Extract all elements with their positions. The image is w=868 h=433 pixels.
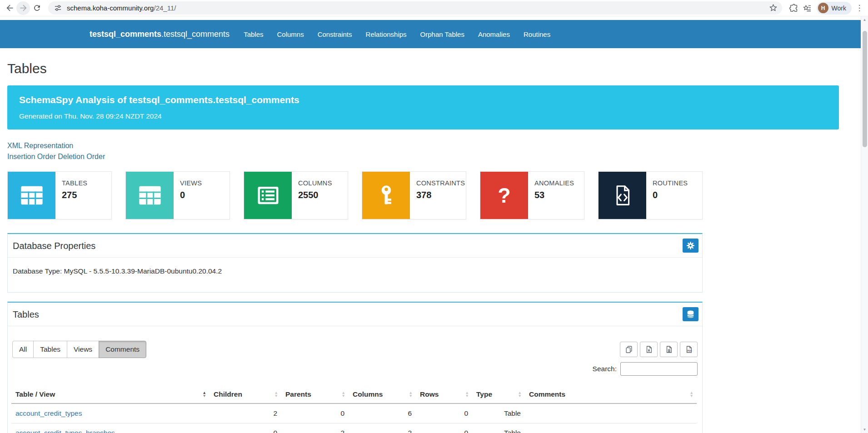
- nav-constraints[interactable]: Constraints: [311, 30, 359, 38]
- gear-icon: [686, 241, 695, 250]
- csv-file-icon: [665, 345, 673, 353]
- children-cell: 2: [210, 403, 281, 423]
- question-icon: ?: [480, 172, 528, 219]
- representation-links: XML Representation Insertion Order Delet…: [7, 140, 861, 162]
- navbar-brand[interactable]: testsql_comments.testsql_comments: [90, 30, 229, 39]
- type-cell: Table: [472, 423, 525, 433]
- avatar: H: [818, 3, 828, 13]
- stat-value: 275: [62, 190, 87, 200]
- column-header-type[interactable]: Type▲▼: [472, 386, 525, 403]
- scroll-up-icon[interactable]: ▲: [861, 16, 868, 23]
- export-csv-button[interactable]: [660, 342, 678, 357]
- column-header-rows[interactable]: Rows▲▼: [416, 386, 472, 403]
- banner-subtitle: Generated on Thu. Nov. 28 09:24 NZDT 202…: [19, 112, 827, 121]
- navbar: testsql_comments.testsql_comments Tables…: [0, 20, 861, 48]
- stat-label: VIEWS: [180, 179, 202, 187]
- table-link[interactable]: account_credit_types_branches: [15, 429, 115, 433]
- stat-card-columns: COLUMNS2550: [244, 171, 348, 219]
- filter-comments[interactable]: Comments: [99, 341, 146, 358]
- database-properties-panel: Database Properties Database Type: MySQL…: [7, 233, 703, 293]
- profile-chip[interactable]: H Work: [817, 2, 852, 15]
- search-input[interactable]: [620, 362, 698, 376]
- filter-tables[interactable]: Tables: [33, 341, 67, 358]
- column-header-table-view[interactable]: Table / View▲▼: [11, 386, 210, 403]
- nav-anomalies[interactable]: Anomalies: [471, 30, 517, 38]
- site-settings-icon[interactable]: [54, 4, 62, 12]
- column-header-columns[interactable]: Columns▲▼: [349, 386, 416, 403]
- refresh-button[interactable]: [30, 1, 44, 15]
- settings-button[interactable]: [683, 239, 698, 253]
- stat-card-views: VIEWS0: [125, 171, 230, 219]
- browser-toolbar: schema.koha-community.org/24_11/ H Work …: [0, 0, 868, 16]
- stat-value: 2550: [298, 190, 332, 200]
- rows-cell: 0: [416, 403, 472, 423]
- rows-cell: 0: [416, 423, 472, 433]
- nav-columns[interactable]: Columns: [270, 30, 310, 38]
- database-type: Database Type: MySQL - 5.5.5-10.3.39-Mar…: [13, 267, 698, 276]
- database-button[interactable]: [683, 307, 698, 321]
- tables-table: Table / View▲▼ Children▲▼ Parents▲▼ Colu…: [11, 386, 697, 433]
- sort-icon: ▲▼: [465, 391, 469, 398]
- type-cell: Table: [472, 403, 525, 423]
- forward-button[interactable]: [16, 1, 30, 15]
- stat-value: 53: [534, 190, 574, 200]
- scrollbar[interactable]: ▲ ▼: [861, 16, 868, 433]
- stat-value: 0: [653, 190, 688, 200]
- children-cell: 0: [210, 423, 281, 433]
- parents-cell: 2: [281, 423, 349, 433]
- bookmarks-panel-icon[interactable]: [800, 1, 814, 15]
- stat-value: 0: [180, 190, 202, 200]
- scroll-down-icon[interactable]: ▼: [861, 426, 868, 433]
- columns-cell: 6: [349, 403, 416, 423]
- brand-schema: .testsql_comments: [161, 30, 229, 39]
- column-header-parents[interactable]: Parents▲▼: [281, 386, 349, 403]
- stat-label: TABLES: [62, 179, 87, 187]
- stat-card-tables: TABLES275: [7, 171, 112, 219]
- stat-label: COLUMNS: [298, 179, 332, 187]
- nav-relationships[interactable]: Relationships: [359, 30, 414, 38]
- list-icon: [244, 172, 292, 219]
- url-path: /24_11/: [154, 4, 176, 12]
- profile-name: Work: [832, 5, 846, 12]
- page-title: Tables: [7, 59, 861, 78]
- address-bar[interactable]: schema.koha-community.org/24_11/: [48, 1, 782, 15]
- back-button[interactable]: [3, 1, 16, 15]
- insertion-order-link[interactable]: Insertion Order: [7, 153, 56, 160]
- tables-panel: Tables All Tables Views Comments: [7, 302, 703, 433]
- svg-text:PDF: PDF: [687, 350, 692, 352]
- key-icon: [362, 172, 410, 219]
- search-label: Search:: [593, 365, 617, 373]
- panel-title: Tables: [13, 308, 39, 321]
- stat-label: CONSTRAINTS: [416, 179, 465, 187]
- copy-button[interactable]: [620, 342, 638, 357]
- stat-card-routines: ROUTINES0: [598, 171, 703, 219]
- nav-orphan-tables[interactable]: Orphan Tables: [414, 30, 471, 38]
- table-icon: [126, 172, 174, 219]
- refresh-icon: [33, 4, 41, 12]
- page-viewport: testsql_comments.testsql_comments Tables…: [0, 20, 861, 433]
- stat-label: ANOMALIES: [534, 179, 574, 187]
- stat-cards: TABLES275 VIEWS0 COLUMNS2550 CONSTRAINTS…: [7, 171, 703, 219]
- bookmark-star-icon[interactable]: [769, 4, 778, 12]
- nav-tables[interactable]: Tables: [237, 30, 270, 38]
- copy-icon: [625, 345, 633, 353]
- pdf-file-icon: PDF: [685, 345, 693, 353]
- scrollbar-thumb[interactable]: [863, 31, 867, 147]
- column-header-children[interactable]: Children▲▼: [210, 386, 281, 403]
- export-excel-button[interactable]: [640, 342, 658, 357]
- sort-icon: ▲▼: [342, 391, 345, 398]
- filter-all[interactable]: All: [12, 341, 34, 358]
- xml-representation-link[interactable]: XML Representation: [7, 142, 73, 149]
- column-header-comments[interactable]: Comments▲▼: [525, 386, 697, 403]
- stat-card-constraints: CONSTRAINTS378: [362, 171, 466, 219]
- export-pdf-button[interactable]: PDF: [680, 342, 698, 357]
- brand-database: testsql_comments: [90, 30, 161, 39]
- table-icon: [8, 172, 55, 219]
- deletion-order-link[interactable]: Deletion Order: [58, 153, 105, 160]
- browser-menu-icon[interactable]: ⋮: [854, 3, 864, 13]
- nav-routines[interactable]: Routines: [517, 30, 557, 38]
- extensions-icon[interactable]: [787, 1, 800, 15]
- sort-icon: ▲▼: [409, 391, 413, 398]
- table-link[interactable]: account_credit_types: [15, 409, 82, 417]
- filter-views[interactable]: Views: [67, 341, 99, 358]
